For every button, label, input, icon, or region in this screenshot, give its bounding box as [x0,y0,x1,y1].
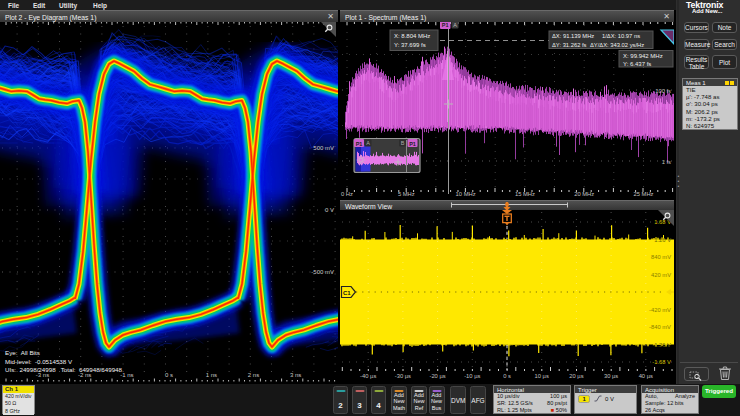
svg-text:20 MHz: 20 MHz [574,191,594,197]
svg-text:-840 mV: -840 mV [649,324,671,330]
svg-text:C1: C1 [343,290,351,296]
svg-text:Y: 37.699 fs: Y: 37.699 fs [394,42,426,48]
svg-text:ΔY: 31.262 fs: ΔY: 31.262 fs [552,42,587,48]
svg-text:0 s: 0 s [165,372,173,378]
svg-text:-30 µs: -30 µs [395,373,411,379]
svg-text:2 ns: 2 ns [248,372,259,378]
svg-text:-10 µs: -10 µs [464,373,480,379]
svg-text:1 fs: 1 fs [662,159,671,165]
svg-text:P1: P1 [356,141,363,147]
svg-text:-420 mV: -420 mV [649,307,671,313]
svg-text:0 Hz: 0 Hz [341,191,353,197]
svg-text:-40 µs: -40 µs [360,373,376,379]
svg-text:840 mV: 840 mV [651,254,671,260]
svg-text:UIs: 24998/24998 Total: 64: UIs: 24998/24998 Total: 649948/649948 [5,366,123,373]
svg-text:30 µs: 30 µs [604,373,618,379]
svg-text:25 MHz: 25 MHz [634,191,654,197]
svg-text:1/ΔX: 10.97 ns: 1/ΔX: 10.97 ns [602,33,640,39]
svg-text:500 mV: 500 mV [313,145,334,151]
svg-text:3 ns: 3 ns [290,372,301,378]
svg-text:15 MHz: 15 MHz [515,191,535,197]
svg-text:10 MHz: 10 MHz [456,191,476,197]
svg-text:1 ns: 1 ns [206,372,217,378]
svg-text:420 mV: 420 mV [651,272,671,278]
svg-text:5 MHz: 5 MHz [398,191,415,197]
svg-text:40 µs: 40 µs [639,373,653,379]
svg-text:10 µs: 10 µs [535,373,549,379]
svg-text:-1.68 V: -1.68 V [652,359,671,365]
svg-text:ΔX: 91.139 MHz: ΔX: 91.139 MHz [552,33,594,39]
svg-text:P1: P1 [442,22,449,28]
svg-text:P1: P1 [409,141,416,147]
svg-text:A: A [366,140,370,146]
svg-text:-1.26 V: -1.26 V [652,342,671,348]
svg-text:-500 mV: -500 mV [311,269,334,275]
svg-text:0 s: 0 s [503,373,511,379]
svg-text:100 fs: 100 fs [655,88,671,94]
svg-text:0 V: 0 V [325,207,334,213]
svg-text:-20 µs: -20 µs [429,373,445,379]
svg-text:X: 8.804 MHz: X: 8.804 MHz [394,33,430,39]
svg-text:A: A [453,22,457,28]
svg-text:-1 ns: -1 ns [120,372,133,378]
svg-text:Mid-level: -0.0514538 V: Mid-level: -0.0514538 V [5,358,73,365]
svg-text:B: B [401,140,405,146]
svg-text:20 µs: 20 µs [569,373,583,379]
svg-text:X: 99.942 MHz: X: 99.942 MHz [623,53,663,59]
svg-text:1.26 V: 1.26 V [654,237,671,243]
svg-text:Eye: All Bits: Eye: All Bits [5,349,40,356]
svg-text:Y: 6.437 fs: Y: 6.437 fs [623,61,651,67]
svg-text:ΔY/ΔX: 343.02 ys/Hz: ΔY/ΔX: 343.02 ys/Hz [590,42,644,48]
